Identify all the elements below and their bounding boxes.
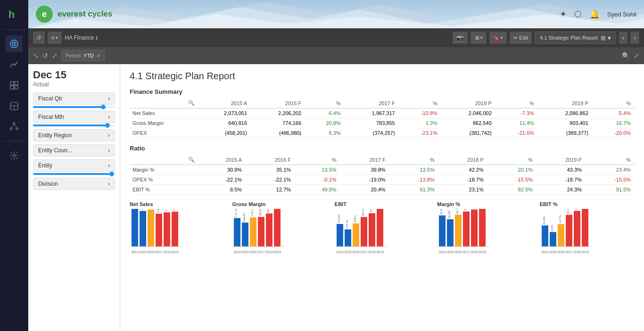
cell-2019: (389,377) bbox=[538, 128, 592, 138]
svg-rect-34 bbox=[164, 212, 170, 247]
svg-rect-94 bbox=[479, 209, 486, 247]
svg-text:2019: 2019 bbox=[274, 250, 281, 254]
display-button[interactable]: 🖥 ▾ bbox=[471, 32, 487, 44]
cell-pct2: -10.8% bbox=[399, 108, 441, 118]
fiscal-mth-slider[interactable] bbox=[33, 124, 115, 126]
svg-text:2015: 2015 bbox=[549, 250, 557, 254]
sidebar-item-dashboard[interactable] bbox=[6, 98, 23, 115]
division-filter[interactable]: Division › bbox=[33, 178, 115, 190]
bar-chart-svg: 771.722014640.822015774.172016783.882017… bbox=[232, 209, 285, 261]
sidebar-item-target[interactable] bbox=[6, 35, 23, 52]
entity-region-filter[interactable]: Entity Region › bbox=[33, 129, 115, 141]
svg-rect-91 bbox=[471, 209, 478, 247]
svg-text:279.5: 279.5 bbox=[354, 215, 356, 223]
period-filter-chip[interactable]: Period YTD × bbox=[61, 50, 105, 61]
prev-button[interactable]: ‹ bbox=[619, 32, 628, 44]
col-header-2016f: 2016 F bbox=[251, 98, 305, 108]
col-header-2019p: 2019 P bbox=[538, 98, 592, 108]
svg-rect-63 bbox=[345, 229, 351, 247]
cell-pct4: -5.4% bbox=[592, 108, 635, 118]
filter-bar: ⤡ ↺ ⤢ Period YTD × 🔍 ⤢ bbox=[28, 47, 644, 64]
entity-filter[interactable]: Entity › bbox=[33, 159, 115, 175]
division-btn[interactable]: Division › bbox=[33, 178, 115, 190]
svg-text:39.8%: 39.8% bbox=[464, 209, 467, 211]
edit-button[interactable]: ✏ Edit bbox=[510, 32, 532, 44]
fiscal-mth-btn[interactable]: Fiscal Mth › bbox=[33, 111, 115, 123]
fiscal-mth-filter[interactable]: Fiscal Mth › bbox=[33, 111, 115, 126]
svg-text:h: h bbox=[8, 8, 15, 20]
fiscal-mth-thumb[interactable] bbox=[105, 123, 110, 128]
cube-icon[interactable]: ⬡ bbox=[574, 9, 582, 19]
bookmark-button[interactable]: 🔖 ▾ bbox=[489, 32, 507, 44]
svg-text:2018: 2018 bbox=[368, 250, 376, 254]
svg-point-13 bbox=[10, 128, 12, 130]
filter-search-btn[interactable]: 🔍 bbox=[622, 52, 630, 59]
cell-pct1: 20.8% bbox=[305, 118, 345, 128]
finance-summary-section: Finance Summary 🔍 2015 A 2016 F % 2017 F… bbox=[130, 88, 635, 138]
cell-2015: 640,816 bbox=[197, 118, 251, 128]
entity-thumb[interactable] bbox=[109, 172, 114, 176]
svg-text:2014: 2014 bbox=[541, 250, 549, 254]
col-header-name bbox=[130, 98, 186, 108]
svg-rect-50 bbox=[258, 217, 264, 247]
filter-zoom-btn[interactable]: ⤢ bbox=[52, 52, 58, 59]
table-row: Gross Margin 640,816 774,166 20.8% 783,8… bbox=[130, 118, 635, 128]
entity-slider[interactable] bbox=[33, 173, 115, 175]
entity-country-btn[interactable]: Entity Coun... › bbox=[33, 144, 115, 157]
cell-spacer bbox=[186, 108, 197, 118]
filter-refresh-btn[interactable]: ↺ bbox=[42, 52, 48, 59]
svg-text:35.1%: 35.1% bbox=[456, 209, 459, 214]
ratio-col-2016f: 2016 F bbox=[246, 155, 295, 165]
cell-2017: (374,257) bbox=[345, 128, 399, 138]
cell-2019: 903,401 bbox=[538, 118, 592, 128]
entity-btn[interactable]: Entity › bbox=[33, 159, 115, 172]
fiscal-qtr-thumb[interactable] bbox=[101, 105, 106, 109]
svg-rect-110 bbox=[574, 211, 580, 247]
finance-summary-table: 🔍 2015 A 2016 F % 2017 F % 2018 P % 2019… bbox=[130, 98, 635, 138]
sidebar-item-hierarchy[interactable] bbox=[6, 118, 23, 135]
fiscal-qtr-btn[interactable]: Fiscal Qtr › bbox=[33, 92, 115, 105]
compass-icon[interactable]: ✦ bbox=[560, 9, 567, 19]
cell-pct3: -7.3% bbox=[495, 108, 538, 118]
filter-fullscreen-btn[interactable]: ⤢ bbox=[634, 52, 639, 59]
list-button[interactable]: ≡ ▾ bbox=[48, 32, 62, 44]
next-button[interactable]: › bbox=[630, 32, 639, 44]
grid-view-icon[interactable]: ⊞ ▾ bbox=[601, 34, 611, 41]
entity-region-btn[interactable]: Entity Region › bbox=[33, 129, 115, 141]
table-row: Net Sales 2,073,051 2,206,202 6.4% 1,967… bbox=[130, 108, 635, 118]
fiscal-mth-label: Fiscal Mth bbox=[38, 114, 64, 120]
period-close-icon[interactable]: × bbox=[97, 52, 100, 59]
entity-country-filter[interactable]: Entity Coun... › bbox=[33, 144, 115, 157]
sidebar-item-settings[interactable] bbox=[6, 147, 23, 164]
sidebar-item-chart[interactable] bbox=[6, 56, 23, 73]
sidebar-item-grid[interactable] bbox=[6, 77, 23, 94]
cell-name: OPEX bbox=[130, 128, 186, 138]
chart-section-2: EBIT273.642014175.522015279.52016401.912… bbox=[335, 201, 429, 262]
fiscal-qtr-slider[interactable] bbox=[33, 106, 115, 108]
cell-pct1: -0.1% bbox=[295, 175, 340, 185]
filter-expand-btn[interactable]: ⤡ bbox=[33, 52, 39, 59]
fiscal-mth-track bbox=[33, 124, 107, 126]
svg-rect-8 bbox=[15, 86, 18, 89]
svg-text:2019: 2019 bbox=[171, 250, 179, 254]
svg-text:34.8%: 34.8% bbox=[440, 209, 443, 215]
svg-text:2017: 2017 bbox=[462, 250, 470, 254]
finance-label: HA Finance ℹ bbox=[65, 34, 98, 41]
svg-text:2015: 2015 bbox=[344, 250, 352, 254]
col-header-search[interactable]: 🔍 bbox=[186, 98, 197, 108]
refresh-button[interactable]: ↺ bbox=[33, 32, 45, 44]
cell-pct1: 6.4% bbox=[305, 108, 345, 118]
chart-section-4: EBIT %12.3%20148.5%201512.7%201620.4%201… bbox=[540, 201, 635, 262]
cell-2015: (458,201) bbox=[197, 128, 251, 138]
ratio-title: Ratio bbox=[130, 145, 635, 152]
bell-icon[interactable]: 🔔 bbox=[589, 9, 600, 19]
fiscal-qtr-filter[interactable]: Fiscal Qtr › bbox=[33, 92, 115, 108]
svg-text:774.17: 774.17 bbox=[251, 209, 254, 216]
svg-rect-22 bbox=[132, 209, 138, 247]
main-area: e everest cycles ✦ ⬡ 🔔 Syed Sohil ↺ ≡ ▾ … bbox=[28, 0, 644, 331]
svg-text:2018: 2018 bbox=[573, 250, 581, 254]
ratio-col-search[interactable]: 🔍 bbox=[186, 155, 197, 165]
cell-2016: 774,166 bbox=[251, 118, 305, 128]
info-icon[interactable]: ℹ bbox=[96, 35, 98, 41]
camera-button[interactable]: 📷 bbox=[453, 32, 468, 44]
